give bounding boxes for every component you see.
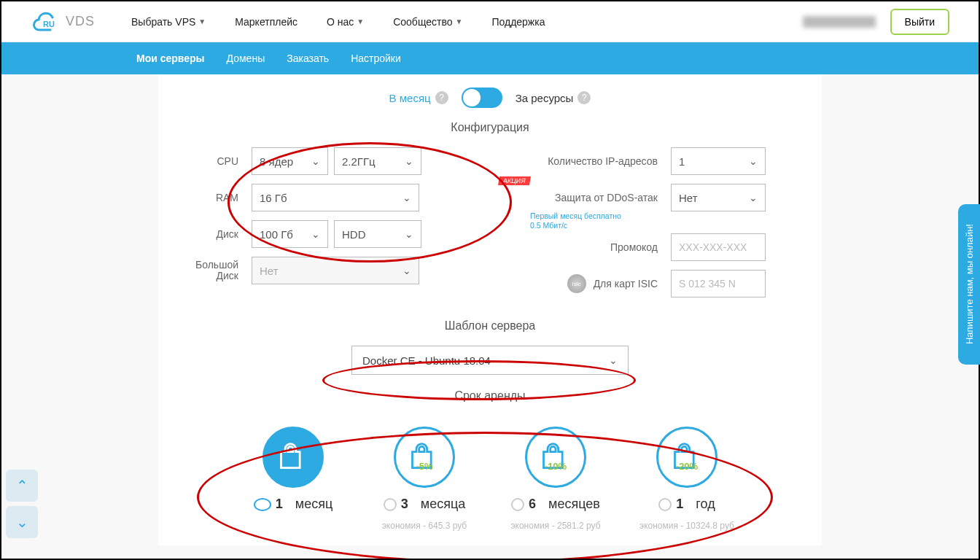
config-right-column: Количество IP-адресов 1⌄ АКЦИЯ Защита от… bbox=[490, 147, 796, 298]
help-icon[interactable]: ? bbox=[578, 91, 591, 104]
rent-option-1-month[interactable] bbox=[262, 427, 324, 488]
radio-icon bbox=[511, 498, 524, 511]
disk-row: Диск 100 Гб⌄ HDD⌄ bbox=[184, 220, 490, 248]
isic-row: isic Для карт ISIC bbox=[519, 270, 796, 298]
cpu-label: CPU bbox=[184, 155, 246, 167]
rent-option-6-months[interactable]: -10% bbox=[525, 427, 586, 488]
caret-icon: ▼ bbox=[198, 18, 206, 26]
ram-select[interactable]: 16 Гб⌄ bbox=[252, 184, 419, 211]
radio-icon bbox=[658, 498, 672, 511]
bigdisk-label: Большой Диск bbox=[184, 260, 246, 282]
cloud-icon: RU bbox=[31, 10, 61, 34]
rent-radio-1-year[interactable]: 1 год bbox=[658, 497, 715, 512]
cpu-row: CPU 8 ядер⌄ 2.2ГГц⌄ bbox=[184, 147, 490, 175]
subnav-my-servers[interactable]: Мои серверы bbox=[136, 52, 205, 64]
logo[interactable]: RU VDS bbox=[31, 10, 95, 34]
rent-radio-3-months[interactable]: 3 месяца bbox=[384, 497, 465, 512]
config-grid: CPU 8 ядер⌄ 2.2ГГц⌄ RAM 16 Гб⌄ Диск 100 … bbox=[184, 147, 796, 298]
config-left-column: CPU 8 ядер⌄ 2.2ГГц⌄ RAM 16 Гб⌄ Диск 100 … bbox=[184, 147, 490, 298]
scroll-arrows: ⌃ ⌄ bbox=[6, 470, 38, 538]
main-nav: Выбрать VPS▼ Маркетплейс О нас▼ Сообщест… bbox=[131, 16, 803, 28]
content-panel: В месяц? За ресурсы? Конфигурация CPU 8 … bbox=[158, 74, 822, 545]
sub-navbar: Мои серверы Домены Заказать Настройки bbox=[1, 42, 979, 74]
scroll-down-button[interactable]: ⌄ bbox=[6, 506, 38, 538]
subnav-order[interactable]: Заказать bbox=[287, 52, 329, 64]
discount-badge: -20% bbox=[676, 461, 698, 472]
cpu-freq-select[interactable]: 2.2ГГц⌄ bbox=[334, 147, 421, 175]
chevron-down-icon: ⌄ bbox=[749, 192, 758, 203]
chat-tab[interactable]: Напишите нам, мы онлайн! bbox=[958, 204, 980, 365]
billing-toggle[interactable] bbox=[462, 88, 502, 108]
disk-label: Диск bbox=[184, 228, 246, 240]
logout-button[interactable]: Выйти bbox=[890, 9, 949, 35]
promo-row: Промокод bbox=[519, 233, 796, 261]
discount-badge: -10% bbox=[545, 461, 567, 472]
logo-text-vds: VDS bbox=[66, 14, 95, 29]
promo-badge: АКЦИЯ bbox=[498, 176, 531, 185]
section-title-rent: Срок аренды bbox=[454, 389, 525, 402]
chevron-down-icon: ⌄ bbox=[311, 155, 320, 167]
section-title-config: Конфигурация bbox=[451, 121, 529, 134]
ip-count-select[interactable]: 1⌄ bbox=[671, 147, 766, 175]
billing-resources-label[interactable]: За ресурсы? bbox=[516, 91, 591, 104]
chevron-down-icon: ⌄ bbox=[402, 265, 411, 276]
bigdisk-row: Большой Диск Нет⌄ bbox=[184, 257, 490, 284]
savings-3-months: экономия - 645.3 руб bbox=[382, 521, 467, 531]
chevron-down-icon: ⌄ bbox=[405, 155, 413, 167]
nav-support[interactable]: Поддержка bbox=[491, 16, 545, 28]
billing-monthly-label[interactable]: В месяц? bbox=[389, 91, 448, 104]
ram-label: RAM bbox=[184, 192, 246, 203]
chevron-down-icon: ⌄ bbox=[749, 155, 758, 167]
subnav-settings[interactable]: Настройки bbox=[351, 52, 401, 64]
section-title-template: Шаблон сервера bbox=[445, 319, 536, 332]
bigdisk-select[interactable]: Нет⌄ bbox=[252, 257, 419, 284]
rent-radio-1-month[interactable]: 1 месяц bbox=[254, 497, 332, 512]
promo-input[interactable] bbox=[671, 233, 766, 261]
discount-badge: -5% bbox=[416, 461, 432, 472]
help-icon[interactable]: ? bbox=[435, 91, 448, 104]
chevron-down-icon: ⌄ bbox=[609, 354, 618, 366]
rent-options: -5% -10% -20% 1 месяц 3 месяца 6 месяцев… bbox=[158, 427, 822, 531]
radio-icon bbox=[254, 498, 271, 511]
nav-select-vps[interactable]: Выбрать VPS▼ bbox=[131, 16, 206, 28]
nav-community[interactable]: Сообщество▼ bbox=[393, 16, 462, 28]
promo-label: Промокод bbox=[519, 241, 665, 253]
isic-input[interactable] bbox=[671, 270, 766, 298]
nav-marketplace[interactable]: Маркетплейс bbox=[235, 16, 298, 28]
rent-option-1-year[interactable]: -20% bbox=[656, 427, 718, 488]
disk-type-select[interactable]: HDD⌄ bbox=[334, 220, 421, 248]
ip-row: Количество IP-адресов 1⌄ bbox=[519, 147, 796, 175]
isic-label: Для карт ISIC bbox=[594, 278, 658, 289]
savings-1-year: экономия - 10324.8 руб bbox=[639, 521, 734, 531]
chat-tab-label: Напишите нам, мы онлайн! bbox=[964, 224, 975, 344]
disk-size-select[interactable]: 100 Гб⌄ bbox=[252, 220, 328, 248]
toggle-knob bbox=[463, 89, 481, 106]
chevron-down-icon: ⌄ bbox=[402, 192, 411, 203]
ddos-note: Первый месяц бесплатно0.5 Мбит/с bbox=[530, 211, 621, 230]
ip-label: Количество IP-адресов bbox=[519, 155, 665, 167]
isic-icon: isic bbox=[567, 274, 586, 293]
caret-icon: ▼ bbox=[357, 18, 364, 26]
bag-icon bbox=[277, 441, 309, 473]
ddos-label: Защита от DDoS-атак bbox=[519, 192, 665, 203]
radio-icon bbox=[384, 498, 397, 511]
billing-toggle-row: В месяц? За ресурсы? bbox=[389, 88, 591, 108]
ddos-row: АКЦИЯ Защита от DDoS-атак Нет⌄ Первый ме… bbox=[519, 184, 796, 211]
server-template-select[interactable]: Docker CE - Ubuntu 18.04 ⌄ bbox=[351, 346, 629, 375]
subnav-domains[interactable]: Домены bbox=[227, 52, 265, 64]
caret-icon: ▼ bbox=[456, 18, 463, 26]
svg-text:RU: RU bbox=[43, 20, 55, 28]
nav-about[interactable]: О нас▼ bbox=[327, 16, 364, 28]
rent-option-3-months[interactable]: -5% bbox=[394, 427, 455, 488]
scroll-up-button[interactable]: ⌃ bbox=[6, 470, 38, 502]
page-body: В месяц? За ресурсы? Конфигурация CPU 8 … bbox=[1, 74, 979, 545]
savings-6-months: экономия - 2581.2 руб bbox=[510, 521, 600, 531]
ram-row: RAM 16 Гб⌄ bbox=[184, 184, 490, 211]
chevron-down-icon: ⌄ bbox=[311, 228, 320, 240]
user-area: Выйти bbox=[803, 9, 949, 35]
ddos-select[interactable]: Нет⌄ bbox=[671, 184, 766, 211]
rent-radio-6-months[interactable]: 6 месяцев bbox=[511, 497, 600, 512]
cpu-cores-select[interactable]: 8 ядер⌄ bbox=[252, 147, 328, 175]
chevron-down-icon: ⌄ bbox=[405, 228, 413, 240]
user-name-blurred bbox=[803, 16, 876, 28]
